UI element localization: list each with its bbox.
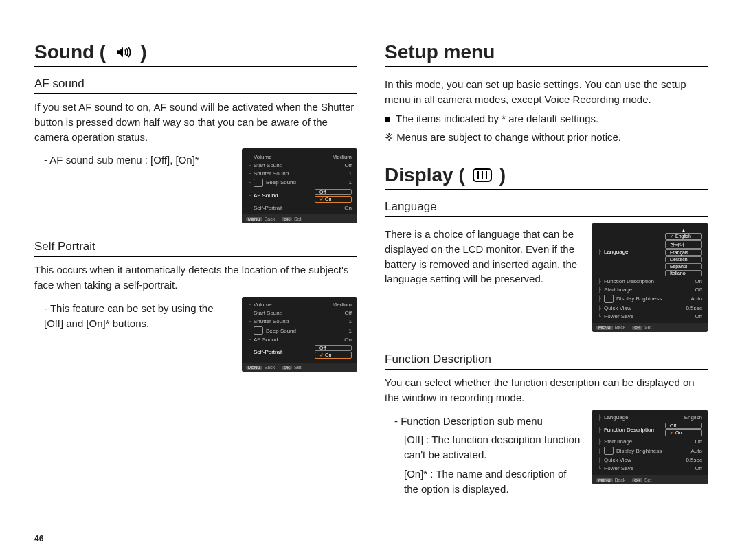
display-section-title: Display ( ) [385,164,708,190]
menu-language-option: English [665,233,702,240]
menu-item-value: 1 [349,179,352,186]
sound-section-title: Sound ( ) [34,41,357,67]
menu-item-value: On [344,337,352,343]
menu-item-value: Medium [333,302,352,308]
menu-item-label: Quick View [604,305,631,311]
menu-item-value: Off [344,310,352,316]
fd-bullet-top: - Function Description sub menu [394,414,583,429]
menu-sub-option: Off [315,345,352,351]
menu-item-label: Power Save [604,313,633,320]
fd-line-off: [Off] : The function description functio… [394,432,583,462]
menu-item-label: Shutter Sound [254,170,289,177]
menu-item: ├Function DescriptionOffOn [596,422,704,438]
menu-language-option: Français [665,249,702,256]
menu-item: └Power SaveOff [596,312,704,320]
manual-page: Sound ( ) AF sound If you set AF sound t… [0,0,742,560]
menu-sub-option: Off [665,423,702,429]
menu-item-value: 1 [349,170,352,177]
language-heading: Language [385,200,708,217]
display-title-text: Display ( [385,164,465,186]
menu-item: ├Start ImageOff [596,285,704,293]
menu-sub-option: On [315,196,352,203]
menu-language-option: Deutsch [665,256,702,262]
menu-item-label: Volume [254,154,272,160]
display-section-icon [604,295,614,303]
menu-item-value: Auto [691,448,702,454]
af-sound-submenu-text: - AF sound sub menu : [Off], [On]* [44,153,232,168]
menu-item: └Self-PortraitOn [246,203,353,212]
svg-rect-2 [482,171,483,179]
language-menu-screenshot: ├Language▲English한국어FrançaisDeutschEspañ… [592,223,708,332]
menu-sub-option: On [315,352,352,359]
function-description-heading: Function Description [385,352,708,370]
menu-item: └Self-PortraitOffOn [246,344,353,360]
menu-item-value: On [695,278,702,284]
title-text-end: ) [140,41,146,63]
af-sound-heading: AF sound [34,77,357,94]
menu-item-value: 1 [349,318,352,324]
title-text: Sound ( [34,41,106,63]
menu-language-option: Italiano [665,270,702,276]
menu-item: ├Function DescriptionOn [596,277,704,285]
menu-item-value: Medium [333,154,352,160]
menu-item-value: Off [695,438,702,445]
menu-item-value: Auto [691,295,702,302]
menu-item-label: Volume [254,302,272,308]
menu-item-label: Self-Portrait [254,205,282,211]
menu-item-label: Language [604,249,629,255]
menu-item: ├VolumeMedium [246,153,353,161]
menu-item-label: Power Save [604,465,633,471]
menu-item: ├Display BrightnessAuto [596,293,704,304]
function-description-menu-screenshot: ├LanguageEnglish├Function DescriptionOff… [592,410,708,484]
setup-default-note-text: The items indicated by * are default set… [396,113,598,124]
self-portrait-menu-screenshot: ├VolumeMedium├Start SoundOff├Shutter Sou… [242,297,357,372]
svg-rect-1 [477,171,479,179]
menu-language-option: 한국어 [665,240,702,249]
menu-item-value: 1 [349,328,352,334]
menu-item: ├Language▲English한국어FrançaisDeutschEspañ… [596,227,704,277]
sound-section-icon [254,326,263,335]
menu-item: ├Beep Sound1 [246,326,353,336]
menu-item: ├Start SoundOff [246,309,353,317]
menu-language-option: Español [665,263,702,269]
page-number: 46 [34,534,43,544]
menu-footer: MENUBackOKSet [592,323,708,332]
menu-sub-option: Off [315,189,352,195]
fd-line-on: [On]* : The name and description of the … [394,467,583,497]
menu-item: ├AF SoundOffOn [246,188,353,203]
menu-item-value: English [684,414,702,421]
setup-change-note: ※ Menus are subject to change without pr… [385,130,708,145]
menu-item-label: Start Image [604,287,632,293]
language-desc: There is a choice of language that can b… [385,227,583,287]
menu-item-value: 0.5sec [686,305,702,311]
menu-item-value: On [344,205,352,211]
menu-item-label: Start Image [604,438,632,445]
menu-item-label: Function Description [604,278,654,284]
sound-section-icon [254,179,263,187]
menu-item-value: Off [695,313,702,320]
menu-item-label: AF Sound [254,337,278,343]
menu-item-value: Off [344,162,352,168]
menu-item: ├Display BrightnessAuto [596,446,704,456]
self-portrait-bullet: - This feature can be set by using the [… [44,301,232,331]
menu-item-label: Display Brightness [616,448,662,454]
menu-item-label: Self-Portrait [254,349,282,355]
menu-footer: MENUBackOKSet [242,363,357,372]
menu-item-label: Language [604,414,629,421]
display-title-end: ) [499,164,506,186]
menu-footer: MENUBackOKSet [242,214,357,223]
menu-item-label: Display Brightness [616,295,662,302]
menu-item: ├LanguageEnglish [596,414,704,422]
setup-menu-title: Setup menu [385,41,708,67]
menu-sub-option: On [665,429,702,436]
setup-default-note: The items indicated by * are default set… [385,111,708,126]
speaker-icon [113,45,133,60]
menu-item-label: Quick View [604,457,631,463]
menu-item-label: AF Sound [254,192,278,199]
right-column: Setup menu In this mode, you can set up … [385,41,708,539]
self-portrait-desc: This occurs when it automatically detect… [34,262,357,293]
menu-item: ├AF SoundOn [246,336,353,344]
display-section-icon [604,447,614,455]
left-column: Sound ( ) AF sound If you set AF sound t… [34,41,357,539]
menu-item-label: Beep Sound [266,328,296,334]
